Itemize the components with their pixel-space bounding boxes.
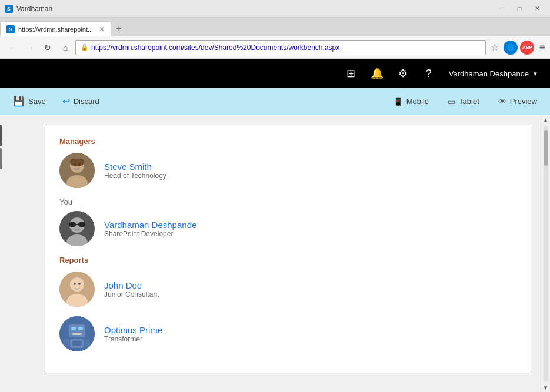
report-row-1: Optimus Prime Transformer bbox=[59, 316, 516, 351]
tab-label: https://vrdmn.sharepoint... bbox=[18, 26, 93, 33]
close-button[interactable]: ✕ bbox=[529, 2, 545, 15]
globe-addon-button[interactable]: 🌐 bbox=[504, 41, 518, 55]
tab-close-button[interactable]: ✕ bbox=[99, 25, 105, 33]
report-role-1: Transformer bbox=[104, 335, 162, 343]
back-button[interactable]: ← bbox=[5, 40, 20, 55]
forward-button[interactable]: → bbox=[22, 40, 38, 55]
notifications-button[interactable]: 🔔 bbox=[366, 63, 388, 84]
report-role-0: Junior Consultant bbox=[104, 290, 159, 299]
scroll-down-button[interactable]: ▼ bbox=[541, 383, 551, 392]
sharepoint-topbar: ⊞ 🔔 ⚙ ? Vardhaman Deshpande ▼ bbox=[0, 59, 550, 88]
active-tab[interactable]: S https://vrdmn.sharepoint... ✕ bbox=[0, 21, 111, 36]
report-info-1: Optimus Prime Transformer bbox=[104, 325, 162, 343]
scroll-up-button[interactable]: ▲ bbox=[541, 115, 551, 125]
reports-label: Reports bbox=[59, 256, 516, 264]
edit-toolbar-right: 📱 Mobile ▭ Tablet 👁 Preview bbox=[389, 95, 541, 109]
report-row-0: John Doe Junior Consultant bbox=[59, 272, 516, 307]
self-info: Vardhaman Deshpande SharePoint Developer bbox=[104, 220, 196, 238]
user-name: Vardhaman Deshpande bbox=[449, 69, 529, 78]
self-name[interactable]: Vardhaman Deshpande bbox=[104, 220, 196, 230]
web-part-wrapper: ✏ 🗑 Managers bbox=[9, 125, 531, 373]
manager-info: Steve Smith Head of Technology bbox=[104, 162, 166, 180]
report-avatar-image-0 bbox=[59, 272, 95, 307]
svg-rect-25 bbox=[85, 339, 90, 347]
refresh-button[interactable]: ↻ bbox=[40, 40, 55, 55]
mobile-view-button[interactable]: 📱 Mobile bbox=[389, 95, 432, 109]
addon-buttons: 🌐 ABP bbox=[504, 41, 534, 55]
nav-bar: ← → ↻ ⌂ 🔒 ☆ 🌐 ABP ≡ bbox=[0, 36, 550, 59]
scrollbar[interactable]: ▲ ▼ bbox=[541, 115, 550, 392]
web-part-tools: ✏ 🗑 bbox=[0, 125, 2, 169]
preview-button[interactable]: 👁 Preview bbox=[495, 95, 541, 109]
preview-label: Preview bbox=[510, 97, 537, 106]
self-avatar bbox=[59, 211, 95, 246]
home-button[interactable]: ⌂ bbox=[58, 40, 73, 55]
report-info-0: John Doe Junior Consultant bbox=[104, 280, 159, 299]
title-bar-left: S Vardhaman bbox=[5, 5, 52, 13]
manager-row: Steve Smith Head of Technology bbox=[59, 153, 516, 188]
tablet-icon: ▭ bbox=[448, 97, 455, 106]
save-icon: 💾 bbox=[13, 96, 25, 107]
manager-avatar bbox=[59, 153, 95, 188]
adblock-addon-button[interactable]: ABP bbox=[520, 41, 534, 55]
svg-rect-10 bbox=[78, 222, 85, 227]
report-avatar-1 bbox=[59, 316, 95, 351]
manager-role: Head of Technology bbox=[104, 172, 166, 180]
delete-web-part-button[interactable]: 🗑 bbox=[0, 148, 2, 169]
report-name-0[interactable]: John Doe bbox=[104, 280, 159, 290]
org-chart-web-part: Managers Steve bbox=[45, 125, 531, 373]
tablet-label: Tablet bbox=[459, 97, 479, 106]
main-content: ✏ 🗑 Managers bbox=[0, 115, 550, 392]
self-avatar-image bbox=[59, 211, 95, 246]
svg-rect-9 bbox=[69, 222, 76, 227]
maximize-button[interactable]: □ bbox=[511, 2, 528, 15]
svg-point-15 bbox=[74, 283, 76, 285]
browser-menu-button[interactable]: ≡ bbox=[539, 41, 545, 53]
url-input[interactable] bbox=[91, 43, 481, 52]
bookmark-icon[interactable]: ☆ bbox=[491, 42, 499, 53]
edit-toolbar: 💾 Save ↩ Discard 📱 Mobile ▭ Tablet 👁 Pre… bbox=[0, 88, 550, 115]
edit-web-part-button[interactable]: ✏ bbox=[0, 125, 2, 146]
svg-rect-5 bbox=[70, 159, 84, 166]
settings-button[interactable]: ⚙ bbox=[392, 63, 414, 84]
svg-rect-21 bbox=[72, 333, 82, 335]
you-label: You bbox=[59, 197, 516, 206]
svg-rect-24 bbox=[64, 339, 69, 347]
window-title: Vardhaman bbox=[16, 5, 52, 13]
svg-rect-19 bbox=[71, 327, 76, 330]
preview-icon: 👁 bbox=[498, 97, 506, 106]
user-chevron-icon: ▼ bbox=[532, 71, 538, 77]
help-button[interactable]: ? bbox=[418, 63, 439, 84]
save-label: Save bbox=[28, 97, 46, 106]
tab-icon: S bbox=[6, 25, 15, 33]
title-bar-controls: ─ □ ✕ bbox=[494, 2, 545, 15]
discard-label: Discard bbox=[74, 97, 99, 106]
new-tab-button[interactable]: + bbox=[111, 21, 126, 36]
mobile-label: Mobile bbox=[406, 97, 429, 106]
report-avatar-0 bbox=[59, 272, 95, 307]
self-row: Vardhaman Deshpande SharePoint Developer bbox=[59, 211, 516, 246]
user-menu[interactable]: Vardhaman Deshpande ▼ bbox=[444, 69, 543, 78]
tablet-view-button[interactable]: ▭ Tablet bbox=[444, 95, 483, 109]
scrollbar-thumb[interactable] bbox=[544, 130, 548, 166]
mobile-icon: 📱 bbox=[393, 97, 403, 106]
minimize-button[interactable]: ─ bbox=[494, 2, 510, 15]
browser-icon: S bbox=[5, 5, 13, 13]
report-avatar-image-1 bbox=[59, 316, 95, 351]
waffle-button[interactable]: ⊞ bbox=[341, 63, 362, 84]
save-button[interactable]: 💾 Save bbox=[9, 93, 49, 109]
svg-rect-20 bbox=[78, 327, 83, 330]
svg-rect-18 bbox=[69, 324, 85, 337]
page-area: ✏ 🗑 Managers bbox=[0, 115, 541, 392]
address-bar[interactable]: 🔒 bbox=[75, 40, 486, 55]
managers-label: Managers bbox=[59, 137, 516, 146]
self-role: SharePoint Developer bbox=[104, 230, 196, 238]
edit-toolbar-left: 💾 Save ↩ Discard bbox=[9, 93, 103, 109]
scrollbar-track[interactable] bbox=[544, 126, 548, 381]
manager-avatar-image bbox=[59, 153, 95, 188]
report-name-1[interactable]: Optimus Prime bbox=[104, 325, 162, 335]
discard-button[interactable]: ↩ Discard bbox=[59, 93, 103, 109]
svg-rect-23 bbox=[72, 341, 82, 346]
manager-name[interactable]: Steve Smith bbox=[104, 162, 166, 172]
title-bar: S Vardhaman ─ □ ✕ bbox=[0, 0, 550, 18]
